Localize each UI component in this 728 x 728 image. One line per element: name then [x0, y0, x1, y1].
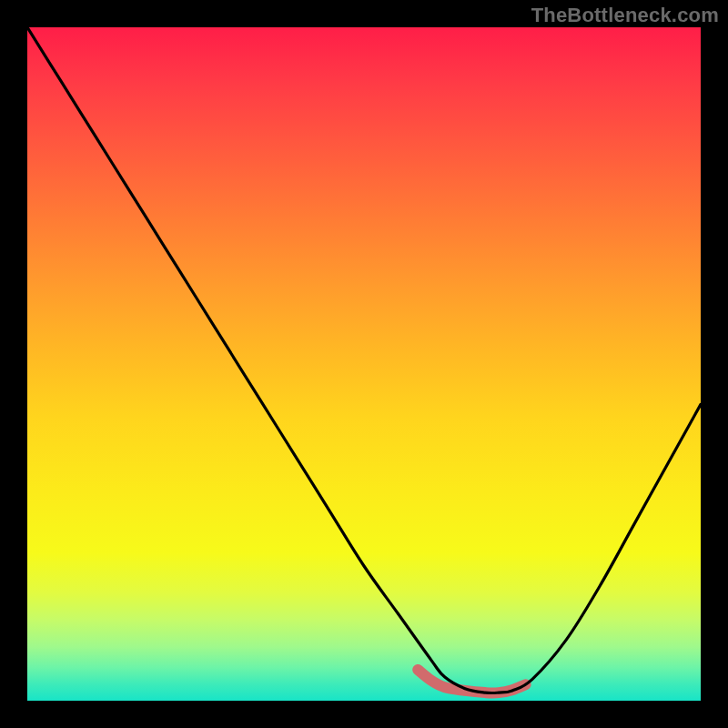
watermark-text: TheBottleneck.com [531, 4, 719, 27]
chart-frame: TheBottleneck.com [0, 0, 728, 728]
curve-svg [27, 27, 701, 701]
plot-area [27, 27, 701, 701]
bottleneck-curve-line [27, 27, 701, 693]
